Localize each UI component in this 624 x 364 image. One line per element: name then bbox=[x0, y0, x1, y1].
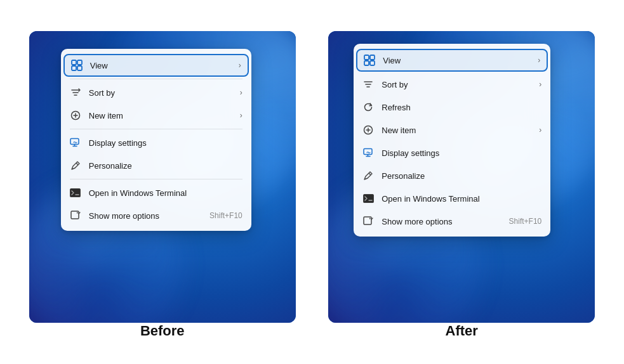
menu-item-terminal[interactable]: Open in Windows Terminal bbox=[61, 181, 251, 204]
svg-rect-5 bbox=[70, 139, 79, 145]
display-icon bbox=[70, 137, 81, 148]
after-view-label: View bbox=[383, 56, 533, 65]
personalize-icon bbox=[70, 160, 81, 171]
menu-item-new[interactable]: New item › bbox=[61, 104, 251, 127]
after-view-arrow: › bbox=[538, 56, 540, 65]
svg-rect-13 bbox=[364, 149, 372, 155]
after-menu-item-personalize[interactable]: Personalize bbox=[354, 164, 550, 187]
after-more-shortcut: Shift+F10 bbox=[509, 217, 542, 226]
display-label: Display settings bbox=[89, 138, 242, 148]
after-refresh-label: Refresh bbox=[382, 103, 541, 112]
terminal-label: Open in Windows Terminal bbox=[89, 188, 242, 198]
after-sort-label: Sort by bbox=[382, 80, 534, 89]
after-menu-item-terminal[interactable]: Open in Windows Terminal bbox=[354, 187, 550, 210]
after-refresh-icon bbox=[362, 101, 374, 113]
after-display-label: Display settings bbox=[382, 148, 541, 158]
divider-1 bbox=[70, 79, 242, 79]
menu-item-display[interactable]: Display settings bbox=[61, 131, 251, 154]
svg-rect-0 bbox=[72, 60, 76, 65]
svg-rect-7 bbox=[71, 211, 79, 219]
svg-rect-11 bbox=[370, 61, 375, 65]
menu-item-sort[interactable]: Sort by › bbox=[61, 81, 251, 104]
after-menu-item-display[interactable]: Display settings bbox=[354, 141, 550, 164]
after-label: After bbox=[328, 323, 595, 339]
after-display-icon bbox=[362, 147, 374, 159]
after-context-menu[interactable]: View › Sort by › bbox=[354, 44, 550, 237]
after-view-icon bbox=[364, 55, 375, 66]
comparison-row: View › Sort by › bbox=[0, 25, 624, 339]
after-menu-item-new[interactable]: New item › bbox=[354, 119, 550, 141]
after-menu-item-refresh[interactable]: Refresh bbox=[354, 96, 550, 119]
before-label: Before bbox=[29, 323, 296, 339]
menu-item-more[interactable]: Show more options Shift+F10 bbox=[61, 204, 251, 227]
svg-rect-6 bbox=[70, 189, 81, 197]
svg-rect-2 bbox=[72, 66, 76, 70]
after-personalize-icon bbox=[362, 170, 374, 181]
after-new-item-label: New item bbox=[382, 126, 534, 135]
new-item-arrow: › bbox=[240, 111, 242, 120]
svg-rect-3 bbox=[77, 66, 82, 70]
svg-rect-10 bbox=[364, 61, 369, 65]
after-more-options-icon bbox=[362, 216, 374, 227]
personalize-label: Personalize bbox=[89, 161, 242, 171]
svg-rect-8 bbox=[364, 55, 369, 60]
divider-2 bbox=[70, 129, 242, 129]
after-new-item-icon bbox=[362, 124, 374, 136]
after-menu-item-more[interactable]: Show more options Shift+F10 bbox=[354, 210, 550, 233]
sort-icon bbox=[70, 87, 81, 98]
svg-rect-15 bbox=[364, 217, 371, 224]
menu-item-view[interactable]: View › bbox=[63, 54, 249, 77]
svg-rect-9 bbox=[370, 55, 375, 60]
before-screenshot: View › Sort by › bbox=[29, 31, 296, 323]
more-label: Show more options bbox=[89, 211, 209, 221]
after-screenshot: View › Sort by › bbox=[328, 31, 595, 323]
after-sort-icon bbox=[362, 79, 374, 90]
after-terminal-icon bbox=[362, 193, 374, 204]
before-context-menu[interactable]: View › Sort by › bbox=[61, 49, 251, 231]
after-personalize-label: Personalize bbox=[382, 171, 541, 181]
after-more-label: Show more options bbox=[382, 217, 508, 226]
view-arrow: › bbox=[239, 61, 241, 70]
view-icon bbox=[71, 60, 83, 71]
after-menu-item-sort[interactable]: Sort by › bbox=[354, 73, 550, 96]
svg-rect-14 bbox=[363, 195, 373, 203]
more-options-icon bbox=[70, 210, 81, 221]
after-menu-item-view[interactable]: View › bbox=[356, 49, 548, 72]
after-sort-arrow: › bbox=[539, 80, 541, 89]
new-item-icon bbox=[70, 110, 81, 121]
after-terminal-label: Open in Windows Terminal bbox=[382, 194, 541, 204]
sort-label: Sort by bbox=[89, 88, 235, 98]
after-panel: View › Sort by › bbox=[319, 31, 606, 339]
after-new-item-arrow: › bbox=[539, 126, 541, 134]
before-panel: View › Sort by › bbox=[19, 31, 306, 339]
divider-3 bbox=[70, 179, 242, 179]
menu-item-personalize[interactable]: Personalize bbox=[61, 154, 251, 177]
svg-rect-1 bbox=[77, 60, 82, 65]
new-item-label: New item bbox=[89, 111, 235, 120]
sort-arrow: › bbox=[240, 88, 242, 97]
terminal-icon bbox=[70, 187, 81, 198]
more-shortcut: Shift+F10 bbox=[209, 211, 242, 220]
view-label: View bbox=[90, 61, 234, 70]
